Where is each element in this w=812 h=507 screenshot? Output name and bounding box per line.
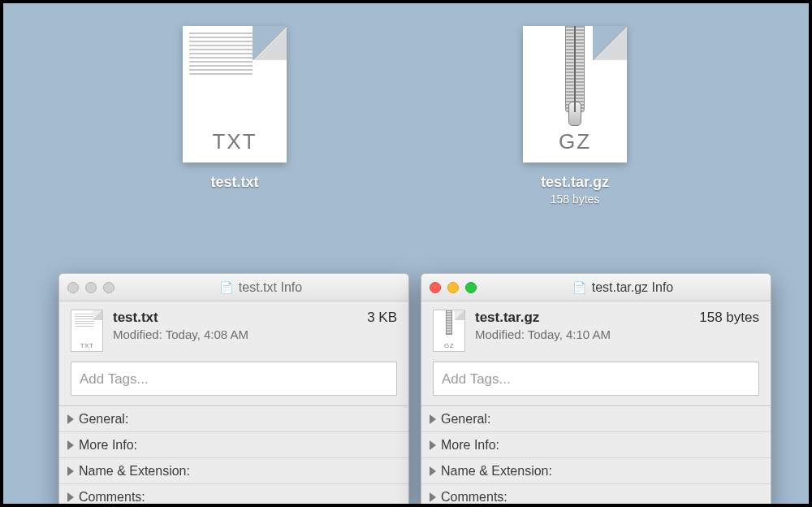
- summary-file-name: test.tar.gz: [475, 310, 539, 326]
- info-window-test-tar-gz[interactable]: 📄 test.tar.gz Info GZ test.tar.gz 158 by…: [421, 273, 771, 507]
- summary-area: TXT test.txt 3 KB Modified: Today, 4:08 …: [59, 301, 408, 362]
- section-label: Comments:: [441, 490, 508, 505]
- zip-slider-icon: [446, 310, 452, 335]
- section-label: Comments:: [79, 490, 145, 505]
- page-fold-icon: [593, 26, 627, 60]
- summary-file-size: 158 bytes: [699, 310, 759, 326]
- minimize-button[interactable]: [85, 282, 97, 293]
- disclosure-triangle-icon: [430, 440, 436, 450]
- thumb-ext-label: GZ: [434, 342, 464, 349]
- info-window-test-txt[interactable]: 📄 test.txt Info TXT test.txt 3 KB Modifi…: [58, 273, 409, 507]
- section-general[interactable]: General:: [59, 406, 408, 432]
- close-button[interactable]: [430, 282, 441, 293]
- file-name-label: test.tar.gz: [494, 174, 656, 191]
- section-more-info[interactable]: More Info:: [421, 432, 771, 458]
- window-title-wrap: 📄 test.txt Info: [121, 280, 400, 295]
- section-comments[interactable]: Comments:: [421, 484, 771, 507]
- summary-area: GZ test.tar.gz 158 bytes Modified: Today…: [421, 301, 771, 362]
- tags-input[interactable]: Add Tags...: [433, 362, 759, 396]
- summary-modified: Modified: Today, 4:08 AM: [113, 327, 397, 341]
- txt-preview-lines: [75, 314, 94, 327]
- file-name-label: test.txt: [153, 174, 316, 191]
- traffic-lights: [430, 282, 477, 293]
- section-label: More Info:: [441, 438, 499, 453]
- file-ext-label: GZ: [523, 129, 627, 154]
- titlebar[interactable]: 📄 test.txt Info: [59, 274, 408, 301]
- maximize-button[interactable]: [103, 282, 114, 293]
- section-name-extension[interactable]: Name & Extension:: [421, 458, 771, 484]
- file-icon-gz: GZ: [523, 26, 627, 162]
- file-ext-label: TXT: [183, 129, 287, 154]
- page-fold-icon: [253, 26, 287, 60]
- disclosure-triangle-icon: [430, 492, 436, 502]
- close-button[interactable]: [67, 282, 79, 293]
- zip-slider-icon: [565, 26, 585, 112]
- disclosure-triangle-icon: [430, 414, 436, 424]
- disclosure-triangle-icon: [430, 466, 436, 476]
- summary-thumbnail: GZ: [433, 310, 465, 352]
- disclosure-triangle-icon: [67, 492, 74, 502]
- section-label: Name & Extension:: [441, 464, 552, 479]
- sections-list: General: More Info: Name & Extension: Co…: [421, 405, 771, 507]
- titlebar[interactable]: 📄 test.tar.gz Info: [421, 274, 771, 301]
- document-icon: 📄: [219, 281, 233, 294]
- window-title: test.txt Info: [239, 280, 302, 295]
- window-title-wrap: 📄 test.tar.gz Info: [483, 280, 762, 295]
- section-label: General:: [441, 412, 490, 427]
- disclosure-triangle-icon: [67, 466, 74, 476]
- file-icon-txt: TXT: [183, 26, 287, 162]
- section-name-extension[interactable]: Name & Extension:: [59, 458, 408, 484]
- page-fold-icon: [93, 310, 102, 320]
- summary-thumbnail: TXT: [71, 310, 103, 352]
- tags-input[interactable]: Add Tags...: [71, 362, 397, 396]
- disclosure-triangle-icon: [67, 414, 74, 424]
- section-general[interactable]: General:: [421, 406, 771, 432]
- window-title: test.tar.gz Info: [592, 280, 674, 295]
- minimize-button[interactable]: [447, 282, 459, 293]
- summary-file-size: 3 KB: [367, 310, 397, 326]
- desktop-file-test-txt[interactable]: TXT test.txt: [153, 26, 316, 191]
- summary-file-name: test.txt: [113, 310, 158, 326]
- traffic-lights: [67, 282, 114, 293]
- document-icon: 📄: [572, 281, 586, 294]
- file-size-label: 158 bytes: [494, 193, 656, 206]
- thumb-ext-label: TXT: [71, 342, 102, 349]
- sections-list: General: More Info: Name & Extension: Co…: [59, 405, 408, 507]
- summary-modified: Modified: Today, 4:10 AM: [475, 327, 759, 341]
- txt-preview-lines: [189, 32, 253, 76]
- section-more-info[interactable]: More Info:: [59, 432, 408, 458]
- section-label: General:: [79, 412, 128, 427]
- maximize-button[interactable]: [465, 282, 477, 293]
- section-label: More Info:: [79, 438, 137, 453]
- section-label: Name & Extension:: [79, 464, 190, 479]
- desktop-file-test-tar-gz[interactable]: GZ test.tar.gz 158 bytes: [494, 26, 656, 206]
- disclosure-triangle-icon: [67, 440, 74, 450]
- page-fold-icon: [455, 310, 464, 320]
- section-comments[interactable]: Comments:: [59, 484, 408, 507]
- zip-pull-icon: [568, 102, 581, 126]
